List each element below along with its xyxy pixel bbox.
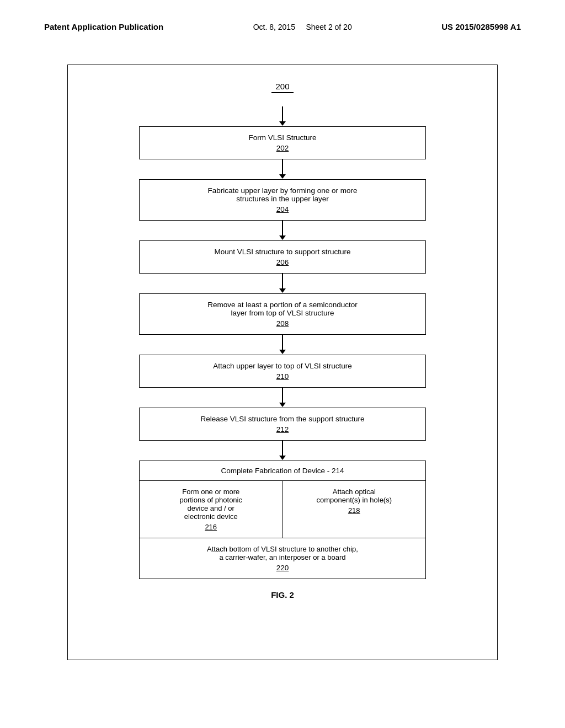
flow-box-202: Form VLSI Structure 202 <box>139 126 426 159</box>
arrow-3 <box>282 274 283 289</box>
diagram-box: 200 Form VLSI Structure 202 Fabricate up… <box>67 65 498 660</box>
header-date: Oct. 8, 2015 <box>253 23 295 31</box>
arrow-2 <box>282 221 283 236</box>
page: Patent Application Publication Oct. 8, 2… <box>0 0 565 728</box>
flow-box-210: Attach upper layer to top of VLSI struct… <box>139 355 426 388</box>
header-sheet: Sheet 2 of 20 <box>306 23 351 31</box>
flow-box-204: Fabricate upper layer by forming one or … <box>139 179 426 221</box>
header-center: Oct. 8, 2015 Sheet 2 of 20 <box>253 23 352 31</box>
header: Patent Application Publication Oct. 8, 2… <box>0 0 565 42</box>
flow-box-212: Release VLSI structure from the support … <box>139 408 426 441</box>
publication-label: Patent Application Publication <box>44 22 163 31</box>
arrow-5 <box>282 388 283 403</box>
start-label: 200 <box>271 82 294 93</box>
flow-container: 200 Form VLSI Structure 202 Fabricate up… <box>90 82 475 599</box>
arrow-1 <box>282 159 283 175</box>
fab-col-left: Form one or more portions of photonic de… <box>140 481 283 538</box>
complete-fab-columns: Form one or more portions of photonic de… <box>140 481 425 538</box>
complete-fab-header: Complete Fabrication of Device - 214 <box>140 461 425 481</box>
complete-fab-bottom: Attach bottom of VLSI structure to anoth… <box>140 538 425 579</box>
patent-number: US 2015/0285998 A1 <box>441 22 521 31</box>
main-content: 200 Form VLSI Structure 202 Fabricate up… <box>0 42 565 682</box>
fab-col-right: Attach optical component(s) in hole(s) 2… <box>283 481 426 538</box>
fig-label: FIG. 2 <box>271 590 294 599</box>
complete-fab-section: Complete Fabrication of Device - 214 For… <box>139 461 426 579</box>
flow-box-206: Mount VLSI structure to support structur… <box>139 240 426 274</box>
arrow-0 <box>282 106 283 122</box>
flow-box-208: Remove at least a portion of a semicondu… <box>139 293 426 335</box>
arrow-6 <box>282 441 283 456</box>
arrow-4 <box>282 335 283 350</box>
